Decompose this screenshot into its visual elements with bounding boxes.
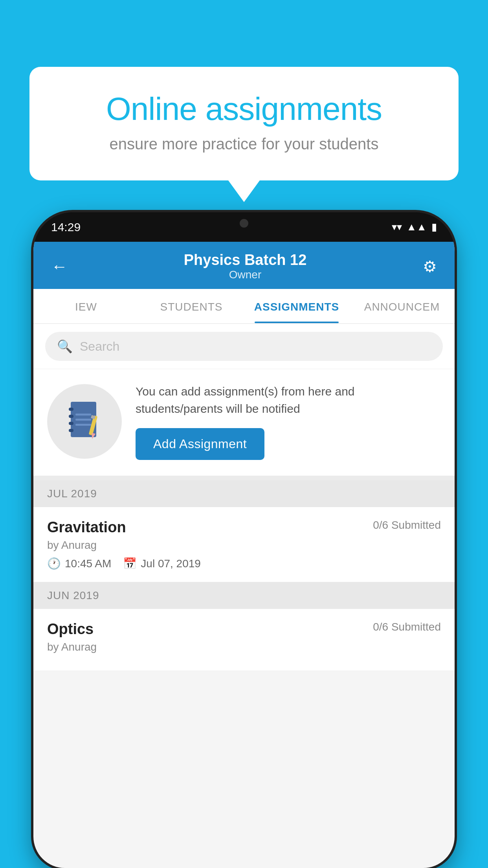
svg-rect-2 [69,415,73,418]
search-container: 🔍 Search [33,324,455,369]
search-input-wrapper[interactable]: 🔍 Search [45,332,443,361]
header-title: Physics Batch 12 [184,252,307,268]
assignment-time: 🕐 10:45 AM [47,557,111,570]
phone-frame: 14:29 ▾▾ ▲▲ ▮ ← Physics Batch 12 Owner ⚙… [33,212,455,868]
info-description: You can add assignment(s) from here and … [136,383,441,417]
app-header: ← Physics Batch 12 Owner ⚙ [33,242,455,289]
assignment-top-row-optics: Optics 0/6 Submitted [47,621,441,638]
assignment-date-value: Jul 07, 2019 [141,557,201,570]
back-button[interactable]: ← [51,257,68,276]
tab-assignments[interactable]: ASSIGNMENTS [244,289,349,323]
assignment-name-optics: Optics [47,621,94,638]
assignment-item-gravitation[interactable]: Gravitation 0/6 Submitted by Anurag 🕐 10… [33,507,455,582]
svg-rect-3 [69,422,73,425]
assignment-submitted-optics: 0/6 Submitted [373,621,441,633]
speech-bubble-subtext: ensure more practice for your students [57,135,431,153]
calendar-icon: 📅 [123,557,137,570]
clock-icon: 🕐 [47,557,61,570]
add-assignment-button[interactable]: Add Assignment [136,428,264,460]
section-jun-2019: JUN 2019 [33,582,455,609]
assignment-item-optics[interactable]: Optics 0/6 Submitted by Anurag [33,609,455,671]
assignment-date: 📅 Jul 07, 2019 [123,557,201,570]
svg-rect-4 [69,429,73,432]
status-icons: ▾▾ ▲▲ ▮ [392,221,437,233]
section-jul-label: JUL 2019 [47,487,97,500]
assignment-top-row: Gravitation 0/6 Submitted [47,519,441,536]
settings-icon[interactable]: ⚙ [423,257,437,276]
notebook-icon [67,400,102,443]
info-section: You can add assignment(s) from here and … [33,369,455,480]
svg-rect-1 [69,408,73,411]
assignment-name: Gravitation [47,519,126,536]
signal-icon: ▲▲ [407,221,427,233]
speech-bubble-container: Online assignments ensure more practice … [29,67,459,202]
search-icon: 🔍 [57,339,73,354]
header-title-group: Physics Batch 12 Owner [184,252,307,281]
svg-rect-5 [75,414,91,416]
status-time: 14:29 [51,221,81,234]
speech-bubble-heading: Online assignments [57,90,431,127]
section-jun-label: JUN 2019 [47,589,99,601]
info-text-block: You can add assignment(s) from here and … [136,383,441,460]
tab-announcements[interactable]: ANNOUNCEM [349,289,455,323]
speech-bubble-tip [228,180,260,202]
camera-dot [240,219,248,228]
header-subtitle: Owner [184,268,307,281]
assignment-submitted: 0/6 Submitted [373,519,441,531]
notebook-icon-circle [47,384,122,459]
svg-rect-7 [75,424,91,426]
battery-icon: ▮ [431,221,437,233]
svg-rect-6 [75,419,91,421]
assignment-time-value: 10:45 AM [65,557,111,570]
phone-screen: ← Physics Batch 12 Owner ⚙ IEW STUDENTS … [33,242,455,868]
tabs-bar: IEW STUDENTS ASSIGNMENTS ANNOUNCEM [33,289,455,324]
speech-bubble: Online assignments ensure more practice … [29,67,459,180]
tab-students[interactable]: STUDENTS [139,289,244,323]
assignment-by: by Anurag [47,539,441,552]
assignment-by-optics: by Anurag [47,641,441,653]
search-placeholder: Search [80,339,119,354]
assignment-meta: 🕐 10:45 AM 📅 Jul 07, 2019 [47,557,441,570]
status-bar: 14:29 ▾▾ ▲▲ ▮ [33,212,455,242]
phone-notch [205,212,283,234]
wifi-icon: ▾▾ [392,221,402,233]
section-jul-2019: JUL 2019 [33,480,455,507]
tab-iew[interactable]: IEW [33,289,139,323]
